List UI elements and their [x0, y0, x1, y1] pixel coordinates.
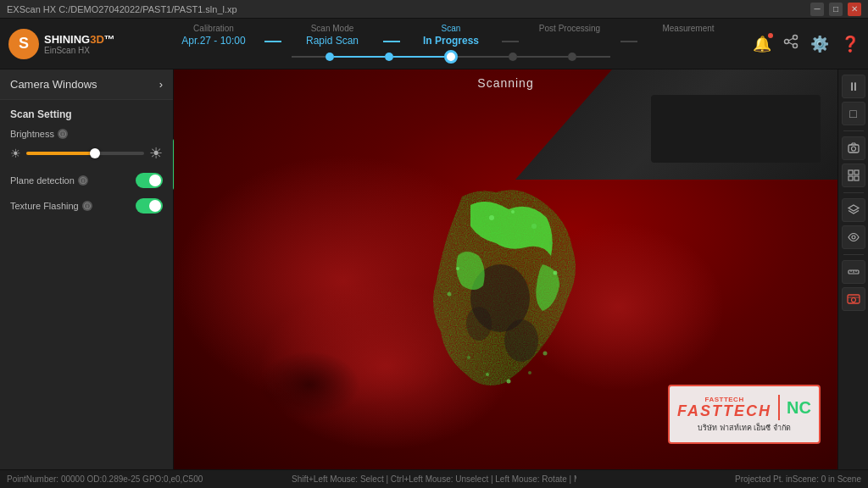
ruler-icon [847, 265, 860, 279]
connector-1 [264, 41, 281, 42]
header-icons: 🔔 ⚙️ ❓ [758, 34, 860, 53]
svg-point-71 [528, 371, 531, 374]
wm-thai-text: บริษัท ฟาสท์เทค เอ็นซี จำกัด [698, 422, 791, 434]
status-bar: PointNumber: 00000 OD:0.289e-25 GPO:0,e0… [0, 469, 868, 488]
scan-setting-panel: Scan Setting Brightness ⓘ ☀ ☀ Pla [0, 100, 173, 232]
notification-icon[interactable]: 🔔 [753, 35, 771, 53]
camera-windows-header[interactable]: Camera Windows › [0, 69, 173, 100]
step-scan-mode[interactable]: Scan Mode Rapid Scan [281, 24, 383, 47]
watermark: FASTTECH FASTTECH NC บริษัท ฟาสท์เทค เอ็… [668, 385, 821, 444]
sun-small-icon: ☀ [10, 147, 21, 160]
title-text: EXScan HX C:/DEMO27042022/PAST1/PAST1.sl… [7, 4, 810, 14]
visibility-button[interactable] [842, 225, 865, 249]
svg-point-74 [851, 147, 855, 151]
wm-nc: NC [787, 398, 811, 418]
fullscreen-button[interactable]: □ [842, 102, 865, 125]
right-toolbar: ⏸ □ [837, 69, 868, 469]
scanning-label: Scanning [477, 76, 533, 90]
step-scanmode-value: Rapid Scan [306, 35, 359, 47]
left-panel: Camera Windows › Scan Setting Brightness… [0, 69, 174, 469]
chevron-right-icon: › [159, 78, 163, 91]
dot-5 [568, 53, 576, 61]
toolbar-separator-2 [843, 192, 864, 193]
share-icon[interactable] [783, 34, 798, 53]
maximize-button[interactable]: □ [829, 3, 843, 16]
camera-icon [847, 141, 860, 155]
brightness-setting: Brightness ⓘ ☀ ☀ [10, 129, 163, 163]
step-measurement-label: Measurement [662, 24, 714, 33]
settings-icon[interactable]: ⚙️ [810, 35, 829, 53]
keyboard-visual [651, 125, 821, 132]
grid-icon [847, 169, 860, 182]
wm-fasttech: FASTTECH [677, 403, 771, 419]
step-measurement[interactable]: Measurement [637, 24, 739, 35]
svg-line-3 [788, 38, 793, 41]
step-items: Calibration Apr.27 - 10:00 Scan Mode Rap… [163, 24, 739, 47]
plane-detection-toggle[interactable] [136, 173, 163, 188]
svg-point-60 [466, 307, 492, 341]
step-scan[interactable]: Scan In Progress [400, 24, 502, 47]
svg-rect-76 [854, 170, 859, 175]
step-calibration-label: Calibration [193, 24, 234, 33]
keyboard-area [651, 95, 821, 163]
texture-flashing-toggle[interactable] [136, 198, 163, 214]
body-depression [259, 351, 360, 419]
sun-large-icon: ☀ [149, 144, 163, 163]
layers-button[interactable] [842, 198, 865, 222]
wm-divider [778, 395, 780, 420]
plane-detection-info-icon[interactable]: ⓘ [78, 175, 88, 186]
progress-dots [292, 50, 610, 64]
header: S SHINING3D™ EinScan HX Calibration Apr.… [0, 19, 868, 69]
svg-point-85 [851, 298, 855, 302]
brightness-slider[interactable] [26, 152, 144, 155]
eye-icon [847, 230, 860, 244]
svg-point-68 [467, 356, 470, 359]
grid-view-button[interactable] [842, 164, 865, 187]
dot-3-active [444, 50, 458, 64]
camera-windows-label: Camera Windows [10, 78, 97, 91]
scan-setting-title: Scan Setting [10, 108, 163, 120]
texture-flashing-info-icon[interactable]: ⓘ [82, 201, 92, 211]
texture-flashing-setting: Texture Flashing ⓘ [10, 198, 163, 214]
svg-point-1 [793, 44, 798, 48]
brightness-thumb[interactable] [90, 148, 100, 158]
plane-detection-label: Plane detection [10, 175, 75, 186]
svg-point-66 [456, 267, 459, 270]
svg-rect-75 [849, 170, 853, 175]
viewport[interactable]: Scanning [174, 69, 837, 469]
brightness-label: Brightness [10, 129, 54, 139]
window-controls: ─ □ ✕ [810, 3, 861, 16]
svg-point-65 [554, 271, 558, 275]
screenshot-button[interactable] [842, 287, 865, 311]
measure-button[interactable] [842, 260, 865, 284]
svg-point-62 [511, 210, 515, 214]
help-icon[interactable]: ❓ [841, 35, 860, 53]
svg-point-67 [448, 292, 452, 297]
layers-icon [847, 203, 860, 217]
logo-text: SHINING3D™ [44, 33, 115, 46]
dot-2 [385, 53, 393, 61]
close-button[interactable]: ✕ [848, 3, 861, 16]
svg-point-70 [507, 380, 511, 384]
step-scan-value: In Progress [423, 35, 479, 47]
brightness-info-icon[interactable]: ⓘ [58, 129, 68, 139]
step-post-processing[interactable]: Post Processing [519, 24, 620, 35]
dot-4 [509, 53, 517, 61]
step-navigation: Calibration Apr.27 - 10:00 Scan Mode Rap… [144, 24, 758, 64]
statusbar-left: PointNumber: 00000 OD:0.289e-25 GPO:0,e0… [7, 474, 292, 484]
plane-detection-setting: Plane detection ⓘ [10, 173, 163, 188]
step-post-label: Post Processing [539, 24, 600, 33]
minimize-button[interactable]: ─ [810, 3, 824, 16]
camera-reset-button[interactable] [842, 136, 865, 160]
connector-2 [383, 41, 400, 42]
step-scan-label: Scan [442, 24, 461, 33]
main-content: Camera Windows › Scan Setting Brightness… [0, 69, 868, 469]
scan-svg [411, 171, 598, 400]
svg-point-72 [543, 352, 548, 356]
svg-point-2 [785, 40, 789, 44]
svg-point-63 [531, 224, 537, 229]
photo-icon [847, 292, 860, 306]
step-calibration[interactable]: Calibration Apr.27 - 10:00 [163, 24, 264, 47]
toolbar-separator-1 [843, 130, 864, 131]
pause-resume-button[interactable]: ⏸ [842, 75, 865, 98]
